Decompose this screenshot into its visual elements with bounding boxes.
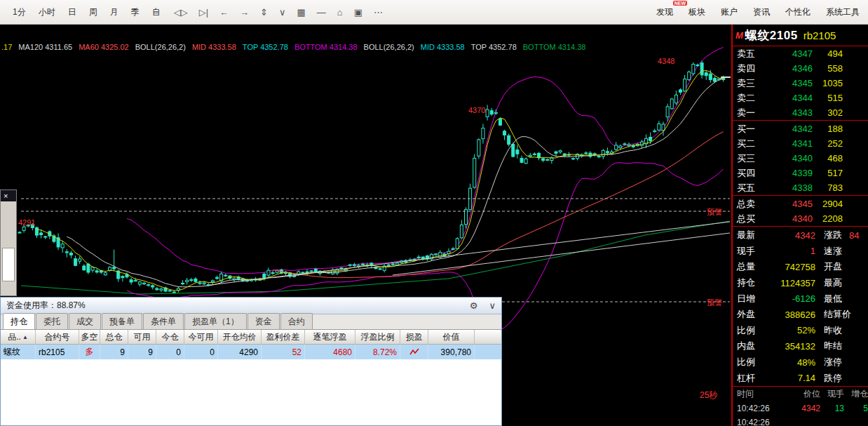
collapse-panel-icon[interactable]: ∨ [489,300,496,311]
close-icon[interactable]: × [4,192,8,200]
panel-tabs: 持仓委托成交预备单条件单损盈单（1）资金合约 [1,314,501,330]
volume-value: 558 [813,63,868,74]
home-icon[interactable]: ⌂ [332,6,348,19]
candle [464,207,467,228]
candle [452,247,454,250]
menu-item-4[interactable]: 资讯 [753,6,770,18]
sort-arrow-icon: ▲ [22,334,28,340]
tab-7[interactable]: 资金 [247,313,280,329]
column-header-10[interactable]: 逐笔浮盈 [305,330,355,344]
tab-1[interactable]: 持仓 [3,313,35,329]
volume-value: 2208 [813,213,868,224]
period-button-5[interactable]: 月 [104,4,124,20]
bid-row[interactable]: 买三4340468 [733,151,868,166]
tape-header: 时间价位现手增仓 [733,387,868,401]
ask-row[interactable]: 卖四4346558 [733,61,868,76]
chevron-down-icon[interactable]: ∨ [274,6,291,19]
indicator-segment: TOP 4352.78 [471,43,517,51]
grid-icon[interactable]: ▦ [292,6,310,19]
column-header-5[interactable]: 可用 [128,330,156,344]
stat-row: 现手1速涨 [733,244,868,260]
period-button-4[interactable]: 周 [83,4,103,20]
level-label: 卖四 [737,62,762,75]
compress-vertical-icon[interactable]: ⇕ [255,6,273,19]
ma-mid-line [67,78,723,286]
tab-8[interactable]: 合约 [280,313,313,329]
period-button-2[interactable]: 小时 [33,4,61,20]
column-header-9[interactable]: 盈利价差 [262,330,305,344]
tab-3[interactable]: 成交 [69,313,101,329]
column-header-11[interactable]: 浮盈比例 [355,330,400,344]
candle [301,272,304,274]
candle [473,154,476,189]
settings-gear-icon[interactable]: ⚙ [470,300,478,311]
period-button-3[interactable]: 日 [62,4,82,20]
level-label: 总买 [737,213,762,225]
indicator-segment: BOTTOM 4314.38 [294,43,358,51]
menu-item-6[interactable]: 系统工具 [826,6,860,18]
window-icon[interactable]: ▣ [349,6,367,19]
bid-row[interactable]: 买四4339517 [733,166,868,180]
position-row[interactable]: 螺纹rb2105多990042905246808.72%390,780 [1,345,501,359]
bid-row[interactable]: 买二4341252 [733,136,868,151]
tab-2[interactable]: 委托 [36,313,68,329]
ask-row[interactable]: 卖一4343302 [733,105,868,120]
column-header-8[interactable]: 开仓均价 [218,330,262,344]
price-value: 4343 [762,107,813,118]
arrow-left-icon[interactable]: ← [215,6,233,19]
column-header-7[interactable]: 今可用 [184,330,218,344]
volume-value: 252 [813,138,868,149]
period-button-6[interactable]: 季 [126,4,145,20]
swap-icon[interactable]: ◁▷ [169,6,193,19]
bid-row[interactable]: 买五4338783 [733,180,868,195]
menu-item-1[interactable]: 发现NEW [656,6,673,18]
column-header-3[interactable]: 多空 [79,330,100,344]
candle [216,276,219,280]
ask-row[interactable]: 卖五4347494 [733,46,868,61]
price-value: 4342 [762,124,813,134]
skip-end-icon[interactable]: ▷| [194,6,213,19]
ask-row[interactable]: 卖二4344515 [733,91,868,105]
column-header-4[interactable]: 总仓 [100,330,128,344]
column-header-12[interactable]: 损盈 [400,330,428,344]
candle [164,286,167,292]
alert-label: 预警 [707,207,722,218]
candle [186,278,189,285]
indicator-segment: MA60 4325.02 [79,43,129,51]
period-button-7[interactable]: 自 [147,4,166,20]
period-button-1[interactable]: 1分 [7,4,32,20]
tab-4[interactable]: 预备单 [102,313,142,329]
column-header-1[interactable]: 品..▲ [1,330,36,344]
candle [138,281,141,286]
stat-value: 1 [762,246,815,256]
candle [74,255,77,266]
trendline[interactable] [210,222,730,285]
candle [542,157,545,162]
column-header-6[interactable]: 今仓 [156,330,184,344]
position-cell-8: 4290 [218,345,262,359]
menu-item-5[interactable]: 个性化 [785,6,811,18]
toolbar: 1分小时日周月季自 ◁▷▷|←→⇕∨▦—⌂▣⋯ 发现NEW板块账户资讯个性化系统… [0,0,868,25]
column-header-2[interactable]: 合约号 [36,330,79,344]
bid-row[interactable]: 买一4342188 [733,121,868,136]
menu-item-2[interactable]: 板块 [689,6,705,18]
candle [688,71,691,81]
candle [696,64,699,67]
price-annotation: 4291 [18,218,35,227]
ask-row[interactable]: 卖三43451035 [733,76,868,91]
more-icon[interactable]: ⋯ [369,6,388,19]
candle [666,104,669,121]
candle [91,267,94,272]
column-header-13[interactable]: 价值 [428,330,475,344]
candle [172,291,175,293]
volume-value: 515 [813,93,868,103]
candle [571,157,574,160]
tab-5[interactable]: 条件单 [143,313,184,329]
menu-item-3[interactable]: 账户 [721,6,738,18]
fragment-titlebar[interactable]: × [1,190,16,201]
minus-icon[interactable]: — [312,6,331,19]
arrow-right-icon[interactable]: → [235,6,254,19]
tab-6[interactable]: 损盈单（1） [184,313,247,329]
instrument-code: rb2105 [803,29,836,41]
stat-label: 杠杆 [737,372,762,385]
